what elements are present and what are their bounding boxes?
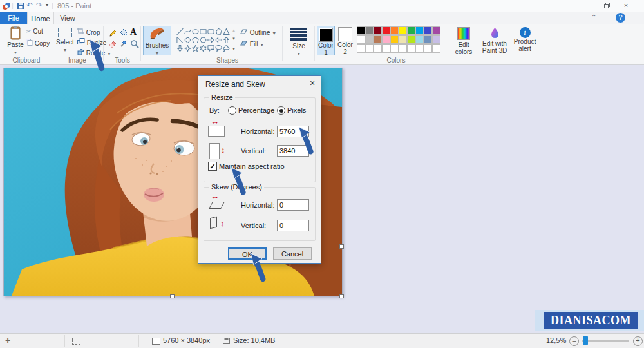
- tab-file[interactable]: File: [0, 12, 27, 24]
- pencil-icon[interactable]: [108, 28, 117, 39]
- palette-empty-slot[interactable]: [407, 44, 415, 53]
- redo-icon[interactable]: ↷: [36, 1, 43, 10]
- select-button[interactable]: Select ▼: [54, 26, 76, 53]
- ok-button[interactable]: OK: [228, 247, 267, 260]
- palette-empty-slot[interactable]: [415, 44, 424, 53]
- palette-color-swatch[interactable]: [382, 26, 390, 35]
- skew-vertical-input[interactable]: [277, 220, 309, 231]
- palette-empty-slot[interactable]: [432, 44, 440, 53]
- maintain-aspect-ratio-checkbox[interactable]: ✓: [208, 162, 217, 171]
- close-button[interactable]: ×: [617, 0, 635, 12]
- restore-button[interactable]: [598, 0, 616, 12]
- shape-arrow-right-icon[interactable]: [207, 35, 214, 43]
- text-tool-icon[interactable]: A: [130, 27, 137, 37]
- canvas-resize-handle-corner[interactable]: [339, 294, 344, 298]
- palette-color-swatch[interactable]: [424, 26, 432, 35]
- palette-color-swatch[interactable]: [399, 35, 407, 44]
- shapes-scroll-down-icon[interactable]: ▾: [231, 34, 237, 43]
- palette-empty-slot[interactable]: [390, 44, 399, 53]
- magnifier-icon[interactable]: [130, 39, 139, 51]
- palette-color-swatch[interactable]: [374, 35, 382, 44]
- cancel-button[interactable]: Cancel: [273, 247, 312, 260]
- maintain-aspect-ratio-label[interactable]: Maintain aspect ratio: [219, 162, 285, 170]
- edit-with-paint3d-button[interactable]: Edit with Paint 3D: [480, 27, 509, 54]
- shape-oval-icon[interactable]: [192, 26, 199, 34]
- palette-color-swatch[interactable]: [407, 26, 415, 35]
- shapes-more-icon[interactable]: ▾: [231, 44, 237, 53]
- shape-rectangle-icon[interactable]: [200, 26, 207, 34]
- size-button[interactable]: Size ▼: [286, 27, 312, 57]
- shape-five-point-star-icon[interactable]: [192, 43, 199, 51]
- tab-view[interactable]: View: [54, 12, 81, 24]
- zoom-slider-thumb[interactable]: [583, 336, 588, 345]
- crop-button[interactable]: Crop: [77, 28, 100, 36]
- help-icon[interactable]: ?: [616, 13, 625, 23]
- shape-oval-callout-icon[interactable]: [215, 43, 222, 51]
- palette-color-swatch[interactable]: [415, 35, 424, 44]
- palette-color-swatch[interactable]: [357, 26, 365, 35]
- percentage-radio[interactable]: [228, 106, 236, 115]
- cut-button[interactable]: ✂ Cut: [26, 28, 43, 35]
- shape-right-triangle-icon[interactable]: [176, 35, 184, 43]
- outline-button[interactable]: Outline ▼: [240, 28, 276, 36]
- shapes-scroll-up-icon[interactable]: ▴: [231, 26, 237, 34]
- percentage-label[interactable]: Percentage: [238, 106, 274, 114]
- palette-color-swatch[interactable]: [390, 35, 399, 44]
- palette-color-swatch[interactable]: [407, 35, 415, 44]
- tab-home[interactable]: Home: [27, 12, 54, 24]
- minimize-button[interactable]: –: [578, 0, 596, 12]
- fill-with-color-icon[interactable]: [119, 28, 128, 39]
- edit-colors-button[interactable]: Edit colors: [451, 27, 477, 55]
- shape-line-icon[interactable]: [176, 26, 184, 34]
- palette-color-swatch[interactable]: [374, 26, 382, 35]
- resize-button[interactable]: Resize: [77, 38, 106, 46]
- dialog-close-icon[interactable]: ×: [307, 78, 318, 90]
- pixels-radio[interactable]: [277, 106, 285, 115]
- palette-color-swatch[interactable]: [432, 26, 440, 35]
- palette-color-swatch[interactable]: [432, 35, 440, 44]
- palette-color-swatch[interactable]: [415, 26, 424, 35]
- palette-color-swatch[interactable]: [357, 35, 365, 44]
- zoom-slider-track[interactable]: [582, 340, 629, 342]
- color1-button[interactable]: Color 1: [317, 26, 335, 55]
- canvas-resize-handle-right[interactable]: [339, 244, 344, 249]
- fill-button[interactable]: Fill ▼: [240, 39, 264, 48]
- palette-empty-slot[interactable]: [399, 44, 407, 53]
- pixels-label[interactable]: Pixels: [287, 106, 306, 114]
- shape-four-point-star-icon[interactable]: [184, 43, 191, 51]
- brushes-button[interactable]: Brushes ▼: [143, 26, 171, 55]
- palette-color-swatch[interactable]: [382, 35, 390, 44]
- palette-color-swatch[interactable]: [365, 35, 374, 44]
- shape-cloud-callout-icon[interactable]: [223, 43, 230, 51]
- palette-empty-slot[interactable]: [374, 44, 382, 53]
- shape-rectangular-callout-icon[interactable]: [207, 43, 214, 51]
- resize-horizontal-input[interactable]: [277, 126, 309, 137]
- undo-icon[interactable]: ↶: [26, 1, 33, 10]
- skew-horizontal-input[interactable]: [277, 199, 309, 211]
- palette-empty-slot[interactable]: [357, 44, 365, 53]
- palette-color-swatch[interactable]: [390, 26, 399, 35]
- palette-empty-slot[interactable]: [424, 44, 432, 53]
- customize-qat-icon[interactable]: ▾: [46, 2, 48, 8]
- zoom-in-button[interactable]: +: [633, 336, 643, 346]
- palette-color-swatch[interactable]: [399, 26, 407, 35]
- palette-empty-slot[interactable]: [365, 44, 374, 53]
- shape-diamond-icon[interactable]: [184, 35, 191, 43]
- shape-arrow-left-icon[interactable]: [215, 35, 222, 43]
- shape-six-point-star-icon[interactable]: [200, 43, 207, 51]
- collapse-ribbon-icon[interactable]: ⌃: [591, 14, 596, 21]
- eraser-icon[interactable]: [108, 39, 117, 51]
- color-picker-icon[interactable]: [119, 39, 128, 51]
- shape-triangle-icon[interactable]: [223, 26, 230, 34]
- palette-color-swatch[interactable]: [365, 26, 374, 35]
- save-icon[interactable]: [17, 2, 24, 11]
- shape-hexagon-icon[interactable]: [200, 35, 207, 43]
- shape-pentagon-icon[interactable]: [192, 35, 199, 43]
- rotate-button[interactable]: Rotate ▼: [77, 48, 111, 57]
- palette-color-swatch[interactable]: [424, 35, 432, 44]
- resize-vertical-input[interactable]: [277, 145, 309, 157]
- palette-empty-slot[interactable]: [382, 44, 390, 53]
- color2-button[interactable]: Color 2: [336, 26, 354, 55]
- shape-arrow-up-icon[interactable]: [223, 35, 230, 43]
- paste-button[interactable]: Paste ▼: [5, 26, 26, 55]
